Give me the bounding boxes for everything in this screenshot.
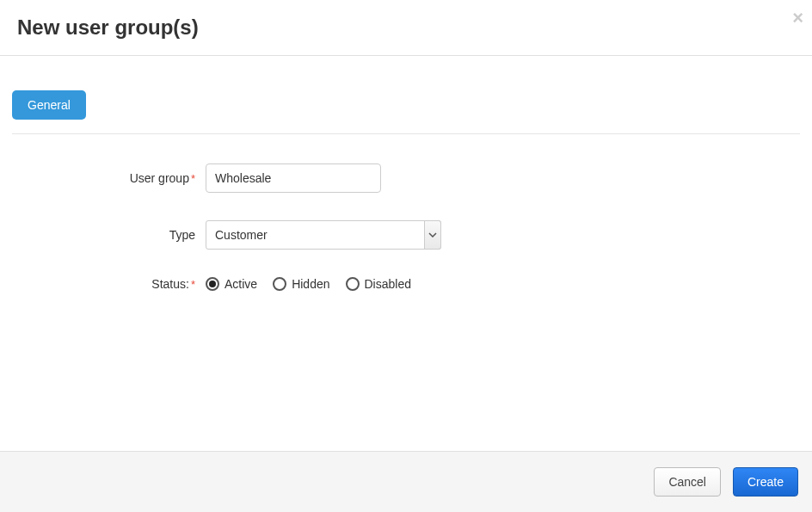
- tab-general[interactable]: General: [12, 90, 86, 120]
- tab-container: General: [12, 90, 800, 134]
- cancel-button[interactable]: Cancel: [654, 467, 721, 497]
- status-label-text: Status:: [151, 277, 189, 291]
- form-row-status: Status:* Active Hidden Disabled: [12, 277, 800, 291]
- required-marker: *: [191, 172, 195, 185]
- form-container: User group* Type Customer Status:*: [12, 134, 800, 291]
- modal-body: General User group* Type Customer Status…: [0, 56, 812, 336]
- form-row-user-group: User group*: [12, 163, 800, 193]
- modal-footer: Cancel Create: [0, 451, 812, 512]
- user-group-label: User group*: [12, 171, 206, 185]
- modal-header: New user group(s) ×: [0, 0, 812, 56]
- type-select[interactable]: Customer: [206, 220, 441, 250]
- status-radio-hidden[interactable]: Hidden: [273, 277, 329, 291]
- close-icon[interactable]: ×: [792, 9, 803, 28]
- status-label: Status:*: [12, 277, 206, 291]
- status-radio-group: Active Hidden Disabled: [206, 277, 411, 291]
- type-select-wrapper: Customer: [206, 220, 441, 250]
- user-group-input[interactable]: [206, 163, 381, 193]
- user-group-label-text: User group: [130, 171, 189, 185]
- required-marker: *: [191, 278, 195, 291]
- modal-title: New user group(s): [17, 15, 795, 40]
- status-radio-active[interactable]: Active: [206, 277, 257, 291]
- status-radio-disabled[interactable]: Disabled: [346, 277, 411, 291]
- type-label: Type: [12, 228, 206, 242]
- radio-icon: [346, 277, 360, 291]
- radio-icon: [206, 277, 219, 291]
- create-button[interactable]: Create: [733, 467, 798, 497]
- radio-icon: [273, 277, 286, 291]
- status-radio-active-label: Active: [225, 277, 257, 291]
- status-radio-disabled-label: Disabled: [365, 277, 411, 291]
- status-radio-hidden-label: Hidden: [292, 277, 329, 291]
- form-row-type: Type Customer: [12, 220, 800, 250]
